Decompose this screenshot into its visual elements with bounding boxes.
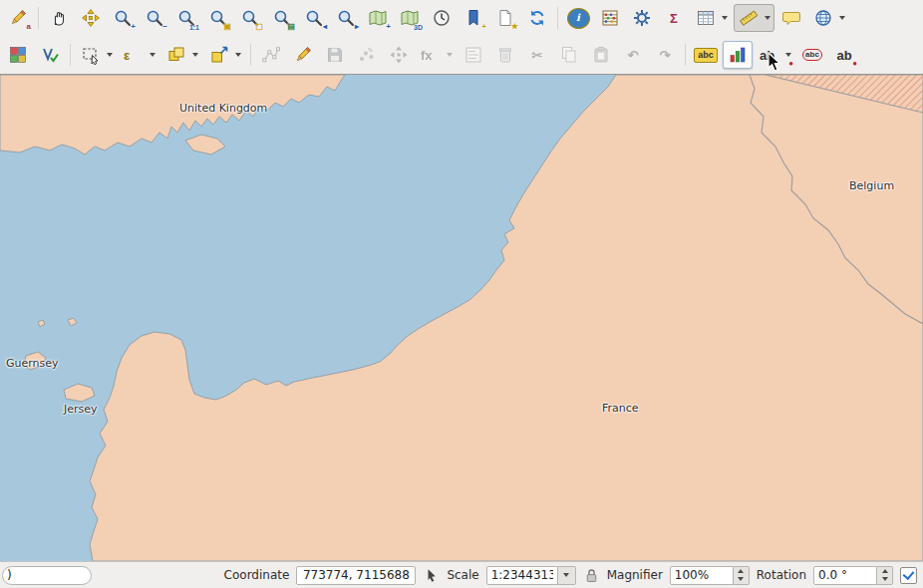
dropdown-caret-icon[interactable] [150,53,155,57]
cut-features-button[interactable]: ✂ [522,41,552,69]
toolbar-icon-glyph: abc [802,49,822,61]
layer-labeling-options-button[interactable]: abc [691,41,721,69]
icon-badge: ▤ [287,23,295,31]
scale-dropdown-button[interactable] [558,566,576,585]
measure-button[interactable] [734,4,774,32]
toolbar-icon-glyph: fx [421,49,433,62]
dropdown-caret-icon[interactable] [192,53,198,57]
select-by-value-button[interactable] [204,41,245,69]
select-by-expression-button[interactable]: ε [119,41,159,69]
zoom-last-icon [304,8,324,28]
layer-diagram-options-button[interactable] [723,41,753,69]
mouse-position-toggle-icon[interactable] [423,567,440,584]
open-data-source-icon [8,45,28,65]
vertex-tool-button[interactable] [256,41,286,69]
sum-features-button[interactable]: Σ [659,4,689,32]
dropdown-caret-icon[interactable] [447,53,453,57]
toolbar-icon-glyph: ↷ [660,49,671,62]
zoom-to-layer-button[interactable]: ▤ [267,4,297,32]
check-geometries-button[interactable] [35,41,65,69]
rotation-input[interactable] [813,566,877,585]
dropdown-caret-icon[interactable] [785,53,791,57]
dropdown-caret-icon[interactable] [107,53,113,57]
render-checkbox[interactable] [900,567,917,584]
spin-up-button[interactable] [734,567,749,576]
zoom-full-button[interactable]: ▣ [203,4,233,32]
zoom-out-button[interactable]: − [140,4,169,32]
web-menu-button[interactable] [808,4,849,32]
move-feature-button[interactable] [384,41,414,69]
new-map-view-button[interactable]: + [363,4,393,32]
field-calculator-button[interactable]: fx [416,41,457,69]
chevron-up-icon [882,569,888,573]
map-render [0,75,923,561]
icon-badge: + [386,23,391,31]
paste-features-button[interactable] [586,41,616,69]
pan-to-selection-button[interactable] [76,4,106,32]
toggle-editing-button[interactable] [288,41,318,69]
processing-toolbox-button[interactable] [627,4,657,32]
toolbar-separator [35,4,42,32]
icon-badge: + [481,23,486,31]
select-features-button[interactable] [76,41,117,69]
zoom-next-button[interactable]: ▸ [331,4,361,32]
show-bookmarks-button[interactable]: ★ [490,4,520,32]
zoom-last-button[interactable]: ◂ [299,4,329,32]
new-3d-map-view-button[interactable]: 3D [395,4,425,32]
pan-to-selection-icon [81,8,101,28]
statistical-summary-button[interactable] [595,4,625,32]
zoom-to-selection-button[interactable]: ▢ [235,4,265,32]
attribute-table-icon [696,8,716,28]
undo-button[interactable]: ↶ [618,41,648,69]
attribute-table-button[interactable] [691,4,732,32]
zoom-native-button[interactable]: 1:1 [171,4,201,32]
coordinate-input[interactable] [296,566,416,585]
map-tips-button[interactable] [776,4,806,32]
select-features-icon [81,45,101,65]
identify-features-button[interactable]: i [563,4,593,32]
magnifier-input[interactable] [670,566,734,585]
toolbar-separator [682,41,689,69]
edit-labels-button[interactable]: a [3,4,33,32]
move-feature-icon [389,45,409,65]
highlight-pinned-labels-button[interactable]: abc [797,41,827,69]
lock-scale-icon[interactable] [583,567,600,584]
dropdown-caret-icon[interactable] [839,16,845,20]
toolbar-icon-glyph: ab [836,49,851,62]
temporal-controller-button[interactable] [427,4,457,32]
measure-icon [739,8,759,28]
copy-features-button[interactable] [554,41,584,69]
add-feature-button[interactable] [352,41,382,69]
web-menu-icon [813,8,833,28]
save-edits-button[interactable] [320,41,350,69]
pin-labels-button[interactable]: ab ● [755,41,795,69]
dropdown-caret-icon[interactable] [765,16,770,20]
magnifier-spinbox[interactable] [670,566,750,585]
select-by-value-icon [209,45,229,65]
dropdown-caret-icon[interactable] [235,53,241,57]
scale-combo[interactable] [486,566,576,585]
deselect-features-button[interactable] [161,41,202,69]
refresh-icon [527,8,547,28]
locator-input[interactable] [2,566,92,585]
magnifier-spin-buttons [734,566,750,585]
spin-up-button[interactable] [877,567,892,576]
spin-down-button[interactable] [734,575,749,584]
coordinate-label: Coordinate [224,568,290,582]
modify-attributes-button[interactable] [459,41,488,69]
open-data-source-button[interactable] [3,41,33,69]
redo-button[interactable]: ↷ [650,41,680,69]
map-canvas[interactable]: United Kingdom Belgium Guernsey Jersey F… [0,74,923,561]
refresh-button[interactable] [522,4,552,32]
move-label-button[interactable]: ab ● [829,41,859,69]
icon-badge: + [131,23,136,31]
zoom-in-button[interactable]: + [108,4,138,32]
toolbar-icon-glyph: abc [694,48,718,63]
new-bookmark-button[interactable]: + [459,4,488,32]
pan-map-button[interactable] [44,4,74,32]
scale-input[interactable] [486,566,558,585]
dropdown-caret-icon[interactable] [722,16,728,20]
spin-down-button[interactable] [877,575,892,584]
delete-selected-button[interactable] [490,41,520,69]
rotation-spinbox[interactable] [813,566,893,585]
